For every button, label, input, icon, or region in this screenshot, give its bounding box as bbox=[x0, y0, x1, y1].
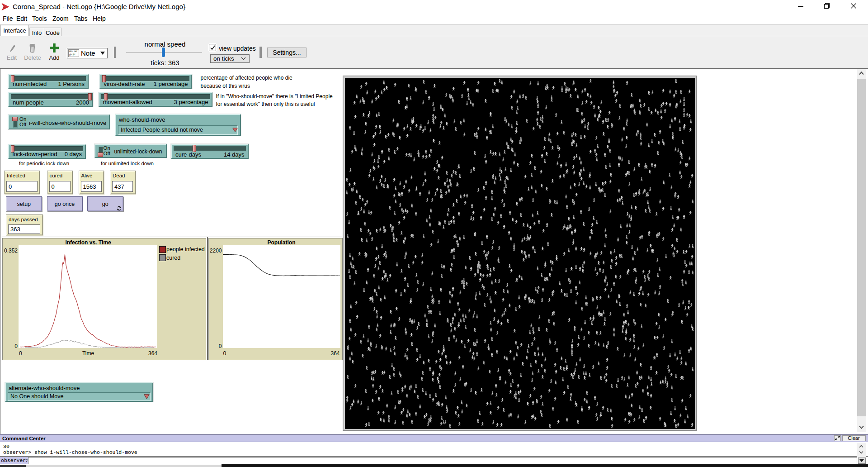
svg-text:Abc def: Abc def bbox=[69, 50, 77, 52]
svg-text:ghi jkl: ghi jkl bbox=[69, 53, 75, 56]
